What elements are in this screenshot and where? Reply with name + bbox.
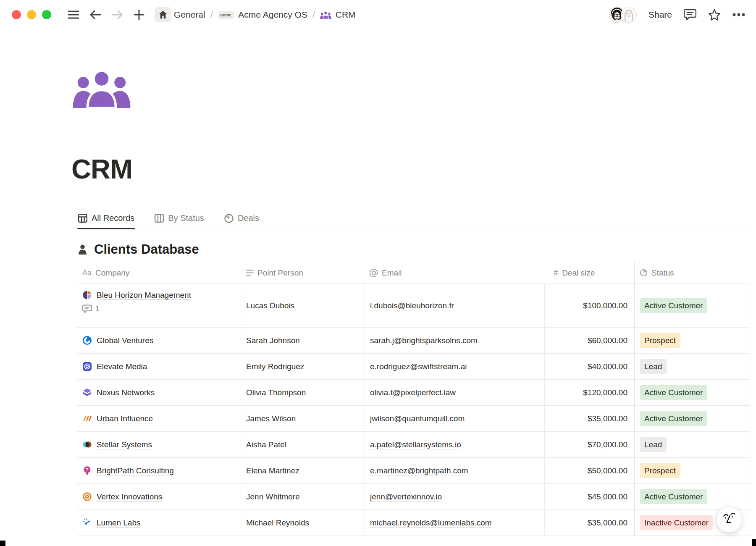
- share-button[interactable]: Share: [648, 10, 672, 20]
- point-person-cell[interactable]: Olivia Thompson: [241, 380, 365, 405]
- table-row[interactable]: T BrightPath Consulting Elena Martinez e…: [77, 458, 750, 484]
- company-logo-icon: T: [82, 466, 92, 475]
- email-cell: a.patel@stellarsystems.io: [365, 432, 544, 457]
- status-cell[interactable]: Prospect: [634, 328, 750, 353]
- email-cell: olivia.t@pixelperfect.law: [365, 380, 544, 405]
- breadcrumb-crm[interactable]: CRM: [336, 10, 356, 20]
- table-row[interactable]: Global Ventures Sarah Johnson sarah.j@br…: [77, 328, 750, 354]
- point-person-cell[interactable]: James Wilson: [241, 406, 365, 431]
- company-cell: Global Ventures: [77, 328, 241, 353]
- column-header-status[interactable]: Status: [634, 262, 750, 284]
- zoom-window-button[interactable]: [42, 10, 51, 19]
- email-link[interactable]: a.patel@stellarsystems.io: [370, 440, 461, 449]
- deal-size-cell[interactable]: $40,000.00: [544, 354, 634, 379]
- column-header-company[interactable]: Aa Company: [77, 262, 241, 284]
- status-cell[interactable]: Lead: [634, 354, 750, 379]
- email-link[interactable]: l.dubois@bleuhorizon.fr: [370, 301, 454, 310]
- deal-size-cell[interactable]: $120,000.00: [544, 380, 634, 405]
- point-person-cell[interactable]: Aisha Patel: [241, 432, 365, 457]
- avatar[interactable]: [621, 7, 637, 23]
- status-cell[interactable]: Active Customer: [634, 380, 750, 405]
- email-link[interactable]: e.rodriguez@swiftstream.ai: [370, 362, 467, 371]
- comment-count[interactable]: 1: [82, 304, 100, 313]
- table-row[interactable]: Vertex Innovations Jenn Whitmore jenn@ve…: [77, 484, 750, 510]
- company-link[interactable]: Lumen Labs: [97, 518, 141, 528]
- email-link[interactable]: jenn@vertexinnov.io: [370, 492, 442, 501]
- company-link[interactable]: Bleu Horizon Management: [97, 291, 191, 300]
- breadcrumb-workspace[interactable]: Acme Agency OS: [238, 10, 307, 20]
- company-link[interactable]: Elevate Media: [97, 362, 147, 371]
- table-body: Bleu Horizon Management 1 Lucas Dubois l…: [77, 284, 750, 536]
- home-icon[interactable]: [155, 7, 171, 22]
- status-cell[interactable]: Active Customer: [634, 406, 750, 431]
- table-row[interactable]: Elevate Media Emily Rodriguez e.rodrigue…: [77, 354, 750, 380]
- company-link[interactable]: Global Ventures: [97, 336, 153, 345]
- more-options-icon[interactable]: [732, 8, 745, 21]
- table-row[interactable]: Stellar Systems Aisha Patel a.patel@stel…: [77, 432, 750, 458]
- company-link[interactable]: Stellar Systems: [97, 440, 152, 449]
- status-cell[interactable]: Lead: [634, 432, 750, 457]
- comments-icon[interactable]: [684, 8, 696, 21]
- point-person-cell[interactable]: Emily Rodriguez: [241, 354, 365, 379]
- company-link[interactable]: Nexus Networks: [97, 388, 155, 397]
- deal-size-cell[interactable]: $35,000.00: [544, 406, 634, 431]
- company-cell: Bleu Horizon Management 1: [77, 284, 241, 327]
- tab-deals[interactable]: Deals: [223, 209, 260, 229]
- chart-view-icon: [224, 214, 234, 223]
- close-window-button[interactable]: [12, 10, 21, 19]
- point-person-cell[interactable]: Sarah Johnson: [241, 328, 365, 353]
- favorite-star-icon[interactable]: [708, 8, 721, 21]
- new-page-plus-icon[interactable]: [133, 8, 145, 21]
- deal-size-cell[interactable]: $100,000.00: [544, 284, 634, 327]
- point-person-cell[interactable]: Lucas Dubois: [241, 284, 365, 327]
- breadcrumb-general[interactable]: General: [174, 10, 205, 20]
- table-row[interactable]: Urban Influence James Wilson jwilson@qua…: [77, 406, 750, 432]
- back-icon[interactable]: [89, 8, 102, 21]
- people-group-icon[interactable]: [72, 69, 131, 108]
- email-link[interactable]: sarah.j@brightsparksolns.com: [370, 336, 478, 345]
- company-cell: Nexus Networks: [77, 380, 241, 405]
- column-header-point-person[interactable]: Point Person: [241, 262, 365, 284]
- tab-by-status[interactable]: By Status: [154, 209, 205, 229]
- sidebar-menu-icon[interactable]: [67, 8, 80, 21]
- point-person-cell[interactable]: Jenn Whitmore: [241, 484, 365, 509]
- point-person-cell[interactable]: Michael Reynolds: [241, 510, 365, 536]
- company-cell: T BrightPath Consulting: [77, 458, 241, 483]
- forward-icon[interactable]: [111, 8, 123, 21]
- tab-label: Deals: [238, 213, 259, 223]
- column-header-email[interactable]: Email: [365, 262, 544, 284]
- deal-size-cell[interactable]: $60,000.00: [544, 328, 634, 353]
- table-row[interactable]: Nexus Networks Olivia Thompson olivia.t@…: [77, 380, 750, 406]
- deal-size-cell[interactable]: $70,000.00: [544, 432, 634, 457]
- email-cell: jenn@vertexinnov.io: [365, 484, 544, 509]
- email-link[interactable]: e.martinez@brightpath.com: [370, 466, 468, 475]
- point-person-cell[interactable]: Elena Martinez: [241, 458, 365, 483]
- status-cell[interactable]: Active Customer: [634, 284, 750, 327]
- scrollbar-fragment[interactable]: [752, 539, 756, 546]
- email-cell: l.dubois@bleuhorizon.fr: [365, 284, 544, 327]
- company-link[interactable]: Vertex Innovations: [97, 492, 162, 501]
- view-tabs: All Records By Status Deals: [77, 209, 750, 229]
- notion-ai-button[interactable]: [716, 507, 742, 533]
- collaborator-avatars: [609, 7, 637, 23]
- status-badge: Active Customer: [640, 411, 707, 426]
- email-link[interactable]: jwilson@quantumquill.com: [370, 414, 465, 423]
- status-cell[interactable]: Active Customer: [634, 484, 750, 509]
- company-link[interactable]: BrightPath Consulting: [97, 466, 174, 475]
- deal-size-cell[interactable]: $45,000.00: [544, 484, 634, 509]
- company-logo-icon: [82, 518, 92, 528]
- table-view-icon: [78, 214, 87, 223]
- table-row[interactable]: Lumen Labs Michael Reynolds michael.reyn…: [77, 510, 750, 536]
- table-row[interactable]: Bleu Horizon Management 1 Lucas Dubois l…: [77, 284, 750, 328]
- email-link[interactable]: olivia.t@pixelperfect.law: [370, 388, 456, 397]
- email-cell: e.martinez@brightpath.com: [365, 458, 544, 483]
- email-link[interactable]: michael.reynolds@lumenlabs.com: [370, 518, 492, 528]
- deal-size-cell[interactable]: $35,000.00: [544, 510, 634, 536]
- deal-size-cell[interactable]: $50,000.00: [544, 458, 634, 483]
- company-link[interactable]: Urban Influence: [97, 414, 153, 423]
- tab-all-records[interactable]: All Records: [77, 209, 135, 229]
- status-badge: Active Customer: [640, 489, 707, 504]
- status-cell[interactable]: Prospect: [634, 458, 750, 483]
- minimize-window-button[interactable]: [27, 10, 36, 19]
- column-header-deal-size[interactable]: # Deal size: [544, 262, 634, 284]
